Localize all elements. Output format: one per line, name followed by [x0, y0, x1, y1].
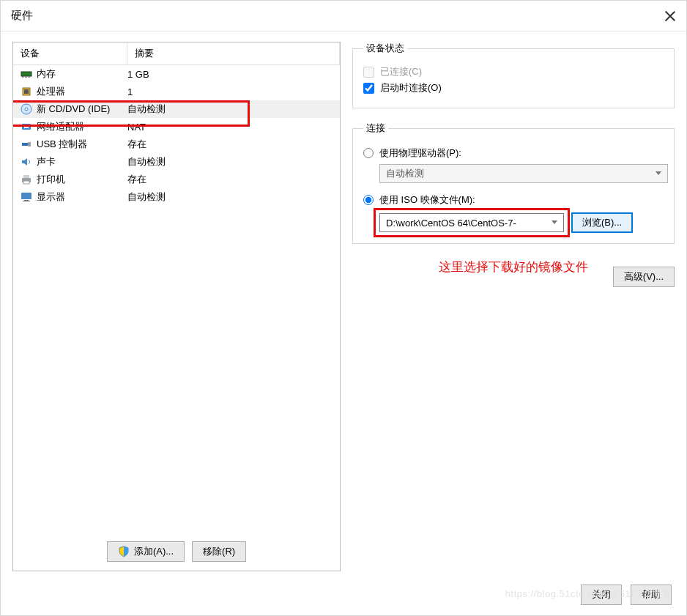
svg-rect-18 [21, 193, 31, 199]
svg-rect-12 [24, 126, 29, 128]
dialog-body: 设备 摘要 内存1 GB处理器1新 CD/DVD (IDE)自动检测网络适配器N… [1, 31, 686, 577]
device-summary: 自动检测 [127, 155, 166, 168]
display-icon [21, 191, 32, 203]
device-name: 打印机 [37, 173, 65, 186]
svg-rect-16 [23, 175, 29, 178]
remove-button-label: 移除(R) [203, 545, 235, 558]
svg-rect-17 [23, 181, 29, 184]
svg-rect-20 [23, 201, 30, 201]
device-summary: 1 GB [127, 69, 149, 80]
svg-rect-3 [25, 76, 26, 78]
right-actions: 高级(V)... [352, 267, 675, 287]
device-name: 显示器 [37, 190, 65, 204]
iso-file-radio[interactable] [363, 195, 374, 205]
advanced-button[interactable]: 高级(V)... [613, 267, 675, 287]
dialog-footer: 关闭 帮助 [1, 577, 686, 615]
device-status-legend: 设备状态 [363, 42, 407, 55]
device-list-header: 设备 摘要 [13, 42, 340, 65]
window-title: 硬件 [11, 9, 664, 23]
col-device[interactable]: 设备 [13, 42, 127, 64]
physical-drive-option[interactable]: 使用物理驱动器(P): [363, 146, 664, 160]
connect-poweron-option[interactable]: 启动时连接(O) [363, 81, 664, 94]
svg-rect-4 [26, 76, 27, 78]
remove-button[interactable]: 移除(R) [192, 541, 246, 562]
device-name: 声卡 [37, 155, 56, 168]
device-name: 新 CD/DVD (IDE) [37, 103, 110, 116]
device-row[interactable]: 打印机存在 [13, 171, 340, 188]
svg-rect-19 [24, 200, 29, 201]
svg-rect-1 [22, 76, 23, 78]
hardware-dialog: 硬件 设备 摘要 内存1 GB处理器1新 CD/DVD (IDE)自动检测网络适… [0, 0, 687, 616]
close-button[interactable]: 关闭 [581, 585, 622, 605]
svg-rect-8 [24, 89, 29, 94]
svg-rect-5 [28, 76, 29, 78]
device-panel: 设备 摘要 内存1 GB处理器1新 CD/DVD (IDE)自动检测网络适配器N… [12, 42, 341, 571]
physical-drive-label: 使用物理驱动器(P): [379, 146, 461, 160]
chevron-down-icon [656, 171, 661, 175]
physical-drive-radio[interactable] [363, 148, 374, 158]
iso-row: D:\work\CentOS 64\CentOS-7- 浏览(B)... [363, 212, 664, 233]
advanced-button-label: 高级(V)... [624, 270, 664, 283]
memory-icon [21, 68, 32, 80]
connected-option: 已连接(C) [363, 65, 664, 78]
device-buttons: 添加(A)... 移除(R) [13, 534, 340, 571]
iso-path-combo[interactable]: D:\work\CentOS 64\CentOS-7- [379, 213, 564, 232]
device-name: 内存 [37, 67, 56, 81]
device-row[interactable]: USB 控制器存在 [13, 136, 340, 153]
browse-button-label: 浏览(B)... [582, 216, 622, 229]
connected-label: 已连接(C) [380, 65, 422, 78]
svg-rect-13 [22, 143, 28, 146]
help-button-label: 帮助 [642, 588, 661, 601]
connect-poweron-checkbox[interactable] [363, 83, 374, 94]
browse-button[interactable]: 浏览(B)... [571, 212, 633, 233]
device-row[interactable]: 显示器自动检测 [13, 188, 340, 206]
printer-icon [21, 174, 32, 185]
device-summary: 自动检测 [127, 190, 166, 204]
close-button-label: 关闭 [592, 588, 611, 601]
device-status-group: 设备状态 已连接(C) 启动时连接(O) [352, 42, 675, 108]
device-summary: 自动检测 [127, 103, 166, 116]
device-name: 处理器 [37, 85, 65, 98]
device-summary: NAT [127, 122, 146, 133]
disc-icon [21, 103, 32, 115]
svg-point-10 [25, 108, 28, 111]
device-row[interactable]: 处理器1 [13, 83, 340, 100]
device-summary: 存在 [127, 138, 146, 151]
svg-rect-14 [28, 142, 31, 146]
connected-checkbox [363, 67, 374, 78]
add-button[interactable]: 添加(A)... [107, 541, 185, 562]
add-button-label: 添加(A)... [134, 545, 174, 558]
svg-rect-0 [21, 72, 31, 76]
help-button[interactable]: 帮助 [631, 585, 672, 605]
device-name: USB 控制器 [37, 138, 87, 151]
device-summary: 1 [127, 86, 133, 97]
iso-file-option[interactable]: 使用 ISO 映像文件(M): [363, 193, 664, 207]
svg-rect-2 [23, 76, 24, 78]
device-row[interactable]: 声卡自动检测 [13, 153, 340, 171]
chevron-down-icon[interactable] [552, 220, 557, 224]
device-summary: 存在 [127, 173, 146, 186]
physical-drive-value: 自动检测 [386, 167, 424, 180]
device-row[interactable]: 网络适配器NAT [13, 118, 340, 136]
device-list[interactable]: 内存1 GB处理器1新 CD/DVD (IDE)自动检测网络适配器NATUSB … [13, 65, 340, 534]
svg-rect-6 [29, 76, 30, 78]
connection-group: 连接 使用物理驱动器(P): 自动检测 使用 ISO 映像文件(M): D: [352, 122, 675, 244]
settings-panel: 设备状态 已连接(C) 启动时连接(O) 连接 使用物理驱动器(P): 自动检测 [352, 42, 675, 571]
sound-icon [21, 156, 32, 168]
device-name: 网络适配器 [37, 120, 84, 133]
cpu-icon [21, 86, 32, 97]
network-icon [21, 121, 32, 133]
col-summary[interactable]: 摘要 [127, 42, 340, 64]
connection-legend: 连接 [363, 122, 388, 135]
connect-poweron-label: 启动时连接(O) [380, 81, 442, 94]
close-icon[interactable] [664, 10, 676, 22]
iso-file-label: 使用 ISO 映像文件(M): [379, 193, 475, 207]
device-row[interactable]: 新 CD/DVD (IDE)自动检测 [13, 100, 340, 118]
title-bar: 硬件 [1, 1, 686, 31]
shield-icon [118, 546, 130, 557]
usb-icon [21, 138, 32, 150]
device-row[interactable]: 内存1 GB [13, 65, 340, 83]
iso-path-value: D:\work\CentOS 64\CentOS-7- [386, 218, 516, 229]
physical-drive-combo: 自动检测 [379, 164, 668, 183]
